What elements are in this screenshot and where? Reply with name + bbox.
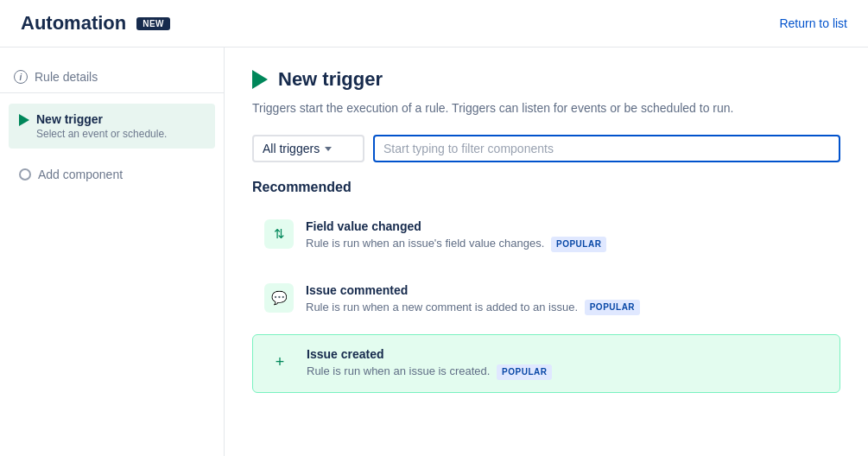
popular-badge-field-value: POPULAR — [551, 237, 606, 252]
arrows-icon — [274, 226, 285, 242]
popular-badge-issue-created: POPULAR — [497, 364, 552, 380]
card-desc-issue-created: Rule is run when an issue is created. PO… — [307, 364, 552, 380]
sidebar-add-component[interactable]: Add component — [0, 155, 224, 193]
play-icon — [19, 114, 29, 126]
sidebar-trigger-title: New trigger — [36, 112, 167, 126]
card-content-issue-created: Issue created Rule is run when an issue … — [307, 347, 552, 380]
info-icon: i — [14, 70, 28, 84]
card-issue-commented[interactable]: 💬 Issue commented Rule is run when a new… — [252, 271, 840, 328]
app-header: Automation NEW Return to list — [0, 0, 868, 48]
card-issue-created[interactable]: + Issue created Rule is run when an issu… — [252, 334, 840, 393]
sidebar-trigger-content: New trigger Select an event or schedule. — [36, 112, 167, 140]
card-content-issue-commented: Issue commented Rule is run when a new c… — [306, 283, 640, 316]
sidebar: i Rule details New trigger Select an eve… — [0, 48, 225, 456]
card-title-field-value: Field value changed — [306, 219, 606, 233]
sidebar-new-trigger[interactable]: New trigger Select an event or schedule. — [9, 104, 215, 149]
dropdown-label: All triggers — [263, 142, 320, 155]
trigger-type-dropdown[interactable]: All triggers — [252, 135, 364, 162]
card-desc-field-value: Rule is run when an issue's field value … — [306, 236, 606, 252]
filter-row: All triggers — [252, 135, 840, 162]
issue-commented-icon: 💬 — [264, 283, 294, 313]
header-left: Automation NEW — [21, 12, 170, 35]
main-layout: i Rule details New trigger Select an eve… — [0, 48, 868, 456]
sidebar-item-rule-details[interactable]: i Rule details — [0, 61, 224, 93]
new-badge: NEW — [136, 17, 170, 30]
sidebar-trigger-subtitle: Select an event or schedule. — [36, 128, 167, 140]
main-content: New trigger Triggers start the execution… — [225, 48, 868, 456]
trigger-header: New trigger — [252, 68, 840, 91]
add-circle-icon — [19, 168, 31, 180]
filter-input[interactable] — [373, 135, 840, 162]
issue-created-icon: + — [265, 347, 295, 377]
recommended-label: Recommended — [252, 180, 840, 195]
card-content-field-value: Field value changed Rule is run when an … — [306, 219, 606, 252]
card-desc-issue-commented: Rule is run when a new comment is added … — [306, 300, 640, 316]
page-title: New trigger — [278, 68, 383, 91]
trigger-description: Triggers start the execution of a rule. … — [252, 99, 840, 117]
card-title-issue-created: Issue created — [307, 347, 552, 361]
chevron-down-icon — [325, 147, 332, 151]
card-title-issue-commented: Issue commented — [306, 283, 640, 297]
app-title: Automation — [21, 12, 126, 35]
comment-icon: 💬 — [271, 290, 288, 306]
trigger-play-icon — [252, 70, 268, 89]
plus-icon: + — [276, 354, 285, 370]
add-component-label: Add component — [38, 168, 123, 181]
return-to-list-link[interactable]: Return to list — [779, 16, 847, 30]
rule-details-label: Rule details — [35, 70, 98, 84]
field-value-icon — [264, 219, 294, 249]
popular-badge-issue-commented: POPULAR — [585, 300, 640, 315]
card-field-value-changed[interactable]: Field value changed Rule is run when an … — [252, 207, 840, 264]
